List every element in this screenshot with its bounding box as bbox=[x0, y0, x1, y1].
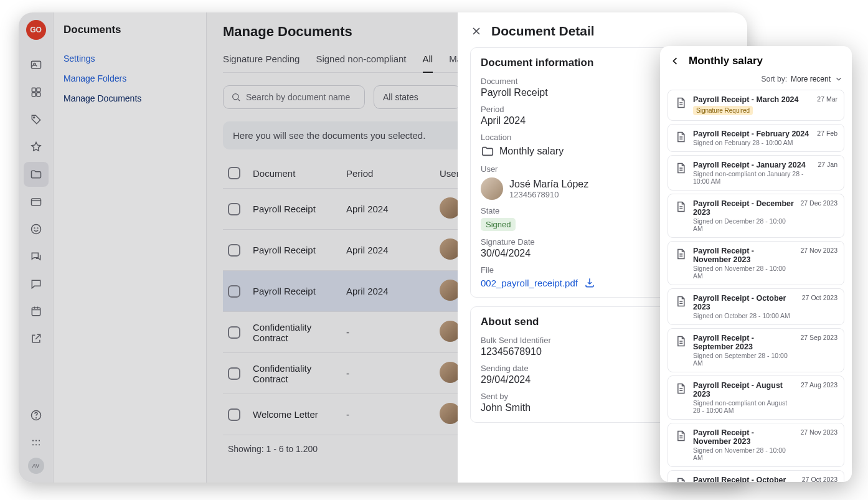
col-period: Period bbox=[346, 168, 440, 179]
item-date: 27 Aug 2023 bbox=[801, 381, 837, 389]
nav-tag-icon[interactable] bbox=[24, 107, 49, 132]
icon-rail: GO AV bbox=[19, 12, 54, 483]
item-title: Payroll Receipt - November 2023 bbox=[693, 428, 794, 446]
svg-point-10 bbox=[37, 228, 38, 229]
document-icon bbox=[674, 382, 687, 395]
nav-smile-icon[interactable] bbox=[24, 217, 49, 242]
item-date: 27 Oct 2023 bbox=[802, 476, 837, 482]
row-checkbox[interactable] bbox=[228, 367, 240, 380]
user-avatar[interactable]: AV bbox=[28, 458, 44, 474]
item-sub: Signed non-compliant on August 28 - 10:0… bbox=[693, 399, 795, 414]
close-icon[interactable] bbox=[470, 25, 483, 37]
row-checkbox[interactable] bbox=[228, 203, 240, 215]
item-title: Payroll Receipt - August 2023 bbox=[693, 381, 795, 399]
sidebar-link-documents[interactable]: Manage Documents bbox=[64, 88, 196, 108]
row-doc: Payroll Receipt bbox=[253, 204, 346, 214]
nav-more-icon[interactable] bbox=[24, 430, 49, 455]
tab-pending[interactable]: Signature Pending bbox=[223, 54, 300, 72]
tab-all[interactable]: All bbox=[423, 54, 433, 73]
sidebar-title: Documents bbox=[64, 24, 196, 36]
nav-help-icon[interactable] bbox=[24, 403, 49, 428]
svg-rect-2 bbox=[32, 88, 35, 92]
sort-control[interactable]: Sort by: More recent bbox=[660, 73, 852, 90]
sidebar-link-settings[interactable]: Settings bbox=[64, 49, 196, 68]
svg-point-19 bbox=[38, 444, 39, 445]
user-name: José María López bbox=[509, 178, 588, 190]
user-id: 12345678910 bbox=[509, 190, 588, 199]
document-icon bbox=[674, 335, 687, 347]
row-period: - bbox=[346, 368, 440, 379]
chevron-down-icon bbox=[834, 75, 843, 83]
state-select[interactable]: All states bbox=[374, 85, 461, 109]
item-sub: Signed non-compliant on January 28 - 10:… bbox=[693, 170, 811, 185]
detail-title: Document Detail bbox=[491, 24, 595, 39]
nav-external-icon[interactable] bbox=[24, 326, 49, 351]
nav-apps-icon[interactable] bbox=[24, 80, 49, 105]
row-period: April 2024 bbox=[346, 286, 440, 296]
item-date: 27 Jan bbox=[818, 161, 837, 168]
nav-message-icon[interactable] bbox=[24, 271, 49, 296]
nav-star-icon[interactable] bbox=[24, 134, 49, 159]
item-date: 27 Dec 2023 bbox=[800, 199, 837, 207]
row-period: April 2024 bbox=[346, 204, 440, 214]
item-sub: Signed on December 28 - 10:00 AM bbox=[693, 217, 794, 232]
item-date: 27 Mar bbox=[817, 95, 837, 103]
app-logo: GO bbox=[26, 20, 46, 40]
list-item[interactable]: Payroll Receipt - August 2023Signed non-… bbox=[668, 375, 844, 420]
svg-point-15 bbox=[35, 440, 36, 441]
state-badge: Signed bbox=[481, 218, 516, 231]
list-item[interactable]: Payroll Receipt - September 2023Signed o… bbox=[668, 328, 844, 372]
item-title: Payroll Receipt - January 2024 bbox=[693, 161, 811, 169]
item-sub: Signed on September 28 - 10:00 AM bbox=[693, 352, 794, 367]
select-all-checkbox[interactable] bbox=[228, 167, 240, 179]
sort-label: Sort by: bbox=[762, 75, 787, 83]
nav-calendar-icon[interactable] bbox=[24, 299, 49, 324]
row-checkbox[interactable] bbox=[228, 408, 240, 421]
download-icon bbox=[584, 277, 595, 288]
row-checkbox[interactable] bbox=[228, 326, 240, 339]
item-title: Payroll Receipt - September 2023 bbox=[693, 334, 794, 351]
row-period: - bbox=[346, 409, 440, 420]
row-checkbox[interactable] bbox=[228, 244, 240, 257]
row-period: - bbox=[346, 327, 440, 337]
svg-point-8 bbox=[31, 225, 40, 234]
tab-noncompliant[interactable]: Signed non-compliant bbox=[316, 54, 406, 72]
item-title: Payroll Receipt - February 2024 bbox=[693, 130, 811, 138]
document-icon bbox=[674, 200, 687, 213]
item-sub: Signed on October 28 - 10:00 AM bbox=[693, 312, 796, 319]
list-item[interactable]: Payroll Receipt - January 2024Signed non… bbox=[668, 155, 844, 191]
svg-rect-3 bbox=[36, 88, 40, 92]
svg-point-18 bbox=[35, 444, 36, 445]
document-icon bbox=[674, 131, 687, 143]
list-item[interactable]: Payroll Receipt - November 2023Signed on… bbox=[668, 423, 844, 467]
list-item[interactable]: Payroll Receipt - October 2023Signed on … bbox=[668, 288, 844, 325]
search-placeholder: Search by document name bbox=[246, 92, 350, 102]
svg-rect-5 bbox=[36, 93, 40, 97]
item-date: 27 Nov 2023 bbox=[800, 247, 837, 254]
svg-point-9 bbox=[34, 228, 35, 229]
sort-value: More recent bbox=[791, 75, 831, 83]
row-doc: Welcome Letter bbox=[253, 409, 346, 420]
nav-wallet-icon[interactable] bbox=[24, 189, 49, 214]
sidebar-link-folders[interactable]: Manage Folders bbox=[64, 68, 196, 88]
list-item[interactable]: Payroll Receipt - December 2023Signed on… bbox=[668, 194, 844, 238]
file-name: 002_payroll_receipt.pdf bbox=[481, 278, 578, 288]
list-item[interactable]: Payroll Receipt - November 2023Signed on… bbox=[668, 241, 844, 285]
item-date: 27 Sep 2023 bbox=[800, 334, 837, 341]
back-icon[interactable] bbox=[669, 55, 681, 67]
nav-chat-icon[interactable] bbox=[24, 244, 49, 269]
document-icon bbox=[674, 295, 687, 308]
item-title: Payroll Receipt - December 2023 bbox=[693, 199, 794, 217]
list-item[interactable]: Payroll Receipt - October 2023Signed on … bbox=[668, 470, 844, 482]
search-input[interactable]: Search by document name bbox=[223, 85, 365, 109]
row-checkbox[interactable] bbox=[228, 285, 240, 298]
nav-folder-icon[interactable] bbox=[24, 162, 49, 187]
mobile-panel: Monthly salary Sort by: More recent Payr… bbox=[660, 46, 852, 482]
svg-point-6 bbox=[33, 117, 34, 118]
list-item[interactable]: Payroll Receipt - March 2024Signature Re… bbox=[668, 90, 844, 121]
value-location: Monthly salary bbox=[499, 146, 564, 157]
nav-contacts-icon[interactable] bbox=[24, 52, 49, 77]
list-item[interactable]: Payroll Receipt - February 2024Signed on… bbox=[668, 124, 844, 152]
svg-point-13 bbox=[35, 418, 36, 418]
row-doc: Payroll Receipt bbox=[253, 286, 346, 296]
